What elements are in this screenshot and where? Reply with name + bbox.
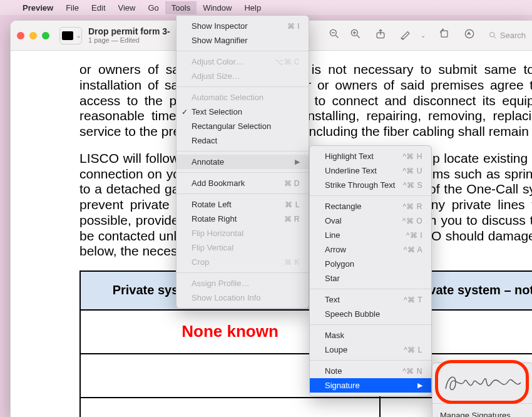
tools-item-rectangular-selection[interactable]: Rectangular Selection xyxy=(176,119,309,133)
annotate-item-rectangle[interactable]: Rectangle^⌘ R xyxy=(310,199,431,214)
search-field[interactable]: Search xyxy=(488,31,526,40)
annotate-item-mask[interactable]: Mask xyxy=(310,328,431,342)
svg-rect-12 xyxy=(441,31,448,37)
annotate-item-text[interactable]: Text^⌘ T xyxy=(310,292,431,307)
svg-point-14 xyxy=(489,33,494,38)
search-placeholder: Search xyxy=(500,31,526,40)
annotate-item-underline-text[interactable]: Underline Text^⌘ U xyxy=(310,163,431,178)
tools-item-rotate-left[interactable]: Rotate Left⌘ L xyxy=(176,197,309,212)
zoom-out-icon[interactable] xyxy=(328,28,340,43)
menu-edit[interactable]: Edit xyxy=(85,1,111,14)
tools-item-text-selection[interactable]: ✓Text Selection xyxy=(176,105,309,119)
tools-item-rotate-right[interactable]: Rotate Right⌘ R xyxy=(176,212,309,226)
annotate-item-highlight-text[interactable]: Highlight Text^⌘ H xyxy=(310,149,431,163)
tools-item-show-inspector[interactable]: Show Inspector⌘ I xyxy=(176,19,309,33)
tools-item-assign-profile-: Assign Profile… xyxy=(176,276,309,291)
annotate-item-strike-through-text[interactable]: Strike Through Text^⌘ S xyxy=(310,178,431,192)
document-title: Drop permit form 3- xyxy=(88,26,170,36)
markup-icon[interactable] xyxy=(463,28,476,43)
annotate-item-signature[interactable]: Signature▶ xyxy=(310,378,431,393)
signature-preview[interactable] xyxy=(432,366,532,400)
tools-item-flip-horizontal: Flip Horizontal xyxy=(176,226,309,240)
annotate-item-star[interactable]: Star xyxy=(310,271,431,286)
annotate-item-speech-bubble[interactable]: Speech Bubble xyxy=(310,307,431,321)
table-cell xyxy=(80,398,380,417)
document-subtitle: 1 page — Edited xyxy=(88,36,170,44)
svg-line-3 xyxy=(335,36,338,38)
menu-file[interactable]: File xyxy=(59,1,85,14)
annotate-item-note[interactable]: Note^⌘ N xyxy=(310,364,431,378)
share-icon[interactable] xyxy=(374,28,387,43)
toolbar-icons: ⌄ Search xyxy=(328,28,526,43)
annotate-item-oval[interactable]: Oval^⌘ O xyxy=(310,214,431,228)
tools-item-redact[interactable]: Redact xyxy=(176,133,309,148)
tools-item-automatic-selection: Automatic Selection xyxy=(176,90,309,105)
menu-go[interactable]: Go xyxy=(141,1,165,14)
zoom-in-icon[interactable] xyxy=(349,28,362,43)
traffic-lights xyxy=(17,32,49,39)
tools-menu: Show Inspector⌘ IShow MagnifierAdjust Co… xyxy=(176,15,309,309)
tools-item-show-location-info: Show Location Info xyxy=(176,291,309,305)
annotate-submenu: Highlight Text^⌘ HUnderline Text^⌘ UStri… xyxy=(309,145,432,396)
tools-item-adjust-color-: Adjust Color…⌥⌘ C xyxy=(176,54,309,69)
zoom-button[interactable] xyxy=(42,32,49,39)
minimize-button[interactable] xyxy=(29,32,37,39)
tools-item-show-magnifier[interactable]: Show Magnifier xyxy=(176,33,309,48)
menu-view[interactable]: View xyxy=(112,1,142,14)
annotate-item-polygon[interactable]: Polygon xyxy=(310,257,431,271)
tools-item-add-bookmark[interactable]: Add Bookmark⌘ D xyxy=(176,176,309,190)
svg-line-6 xyxy=(357,36,359,38)
manage-signatures-item[interactable]: Manage Signatures… xyxy=(432,407,532,417)
annotate-item-line[interactable]: Line^⌘ I xyxy=(310,228,431,242)
close-button[interactable] xyxy=(17,32,24,39)
svg-rect-0 xyxy=(62,31,73,40)
highlight-icon[interactable] xyxy=(399,28,412,43)
annotate-item-loupe[interactable]: Loupe^⌘ L xyxy=(310,342,431,357)
menu-tools[interactable]: Tools xyxy=(165,1,197,14)
sidebar-toggle[interactable]: ⌄ xyxy=(59,27,82,44)
app-menu[interactable]: Preview xyxy=(16,1,59,14)
menu-window[interactable]: Window xyxy=(197,1,238,14)
svg-line-15 xyxy=(494,36,496,38)
signature-submenu: Manage Signatures… xyxy=(432,363,532,417)
tools-item-adjust-size-: Adjust Size… xyxy=(176,69,309,83)
tools-item-flip-vertical: Flip Vertical xyxy=(176,240,309,255)
highlight-dropdown-icon[interactable]: ⌄ xyxy=(421,32,426,39)
rotate-icon[interactable] xyxy=(438,28,451,43)
tools-item-crop: Crop⌘ K xyxy=(176,255,309,269)
annotate-item-arrow[interactable]: Arrow^⌘ A xyxy=(310,242,431,257)
tools-item-annotate[interactable]: Annotate▶ xyxy=(176,155,309,169)
menu-help[interactable]: Help xyxy=(238,1,267,14)
menubar: Preview File Edit View Go Tools Window H… xyxy=(0,0,532,15)
title-block: Drop permit form 3- 1 page — Edited xyxy=(88,26,170,44)
